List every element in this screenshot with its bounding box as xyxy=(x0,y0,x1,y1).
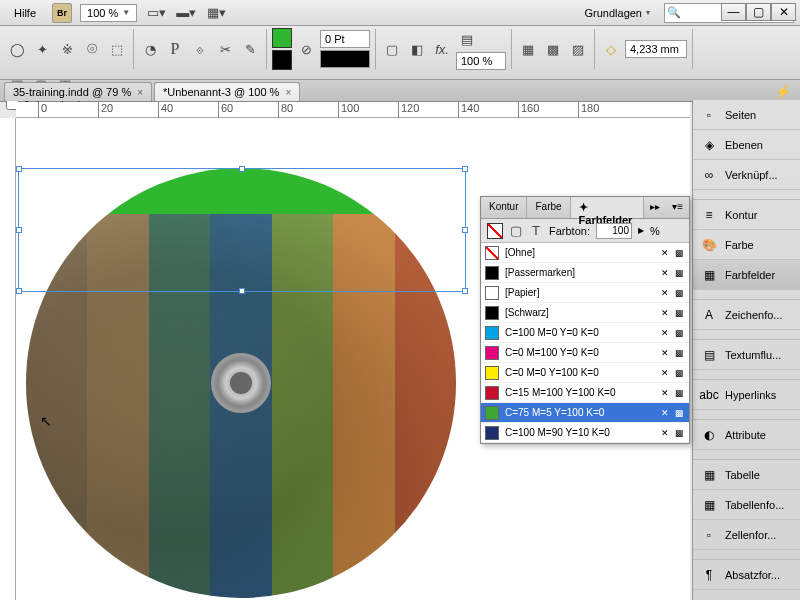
panel-item[interactable]: ◐Attribute xyxy=(693,420,800,450)
panel-item[interactable]: ≡Kontur xyxy=(693,200,800,230)
ruler-tick: 60 xyxy=(218,102,233,118)
swatch-name: C=100 M=90 Y=10 K=0 xyxy=(505,427,653,438)
opacity-icon[interactable]: ◧ xyxy=(406,38,428,60)
tool-icon[interactable]: ⟐ xyxy=(189,38,211,60)
swatch-name: C=100 M=0 Y=0 K=0 xyxy=(505,327,653,338)
effects-icon[interactable]: ▢ xyxy=(381,38,403,60)
panel-item[interactable]: ▦Tabellenfo... xyxy=(693,490,800,520)
ruler-tick: 100 xyxy=(338,102,359,118)
swatch-row[interactable]: [Ohne]✕▩ xyxy=(481,243,689,263)
colormode-icon: ▩ xyxy=(673,427,685,439)
text-wrap-icon[interactable]: ▩ xyxy=(542,38,564,60)
swatch-row[interactable]: C=0 M=100 Y=0 K=0✕▩ xyxy=(481,343,689,363)
panel-label: Hyperlinks xyxy=(725,389,776,401)
document-tab[interactable]: *Unbenannt-3 @ 100 %× xyxy=(154,82,300,101)
panel-item[interactable]: abcHyperlinks xyxy=(693,380,800,410)
panel-expand-icon[interactable]: ▸▸ xyxy=(644,197,666,218)
resize-handle[interactable] xyxy=(462,288,468,294)
close-icon[interactable]: × xyxy=(285,87,291,98)
resize-handle[interactable] xyxy=(16,288,22,294)
panel-item[interactable]: ▦Farbfelder xyxy=(693,260,800,290)
workspace-dropdown[interactable]: Grundlagen ▾ xyxy=(579,5,657,21)
tool-icon[interactable]: ✦ xyxy=(31,38,53,60)
stroke-swatch[interactable] xyxy=(272,50,292,70)
tool-icon[interactable]: ◔ xyxy=(139,38,161,60)
selection-frame[interactable] xyxy=(18,168,466,292)
zoom-dropdown[interactable]: 100 %▼ xyxy=(80,4,137,22)
swatch-name: C=15 M=100 Y=100 K=0 xyxy=(505,387,653,398)
resize-handle[interactable] xyxy=(462,227,468,233)
document-tab[interactable]: 35-training.indd @ 79 %× xyxy=(4,82,152,101)
fill-indicator[interactable] xyxy=(487,223,503,239)
panel-label: Absatzfor... xyxy=(725,569,780,581)
text-wrap-icon[interactable]: ▨ xyxy=(567,38,589,60)
panel-item[interactable]: ◈Ebenen xyxy=(693,130,800,160)
panel-label: Farbfelder xyxy=(725,269,775,281)
resize-handle[interactable] xyxy=(239,166,245,172)
stroke-style-dropdown[interactable] xyxy=(320,50,370,68)
fx-icon[interactable]: fx. xyxy=(431,38,453,60)
panel-item[interactable]: ▦Tabelle xyxy=(693,460,800,490)
fill-stroke-swatches[interactable] xyxy=(272,28,292,70)
panel-item[interactable]: ¶Absatzfor... xyxy=(693,560,800,590)
tab-label: 35-training.indd @ 79 % xyxy=(13,86,131,98)
fill-swatch[interactable] xyxy=(272,28,292,48)
help-menu[interactable]: Hilfe xyxy=(6,4,44,22)
tool-icon[interactable]: ⦾ xyxy=(81,38,103,60)
panel-item[interactable]: 🎨Farbe xyxy=(693,230,800,260)
resize-handle[interactable] xyxy=(16,166,22,172)
swatch-row[interactable]: [Papier]✕▩ xyxy=(481,283,689,303)
type-tool-icon[interactable]: P xyxy=(164,38,186,60)
tool-icon[interactable]: ⊘ xyxy=(295,38,317,60)
panel-separator xyxy=(693,410,800,420)
minimize-button[interactable]: — xyxy=(721,3,746,21)
swatch-row[interactable]: [Schwarz]✕▩ xyxy=(481,303,689,323)
tab-farbe[interactable]: Farbe xyxy=(527,197,570,218)
swatch-row[interactable]: C=0 M=0 Y=100 K=0✕▩ xyxy=(481,363,689,383)
horizontal-ruler[interactable]: 0 20 40 60 80 100 120 140 160 180 xyxy=(16,102,690,118)
swatch-row[interactable]: C=100 M=90 Y=10 K=0✕▩ xyxy=(481,423,689,443)
tool-icon[interactable]: ✂ xyxy=(214,38,236,60)
maximize-button[interactable]: ▢ xyxy=(746,3,771,21)
panel-item[interactable]: ∞Verknüpf... xyxy=(693,160,800,190)
text-fill-icon[interactable]: ▢ xyxy=(509,224,523,238)
corner-icon[interactable]: ◇ xyxy=(600,38,622,60)
panel-item[interactable]: ▫Seiten xyxy=(693,100,800,130)
tab-farbfelder[interactable]: ✦ Farbfelder xyxy=(571,197,645,218)
tool-icon[interactable]: ⬚ xyxy=(106,38,128,60)
panel-icon: abc xyxy=(701,387,717,403)
panel-item[interactable]: ▤Textumflu... xyxy=(693,340,800,370)
swatch-row[interactable]: C=75 M=5 Y=100 K=0✕▩ xyxy=(481,403,689,423)
stroke-weight-input[interactable] xyxy=(320,30,370,48)
view-options-icon[interactable]: ▭▾ xyxy=(145,2,167,24)
resize-handle[interactable] xyxy=(462,166,468,172)
close-button[interactable]: ✕ xyxy=(771,3,796,21)
swatch-row[interactable]: C=15 M=100 Y=100 K=0✕▩ xyxy=(481,383,689,403)
swatch-name: C=75 M=5 Y=100 K=0 xyxy=(505,407,653,418)
swatch-row[interactable]: [Passermarken]✕▩ xyxy=(481,263,689,283)
screen-mode-icon[interactable]: ▬▾ xyxy=(175,2,197,24)
tool-icon[interactable]: ※ xyxy=(56,38,78,60)
width-input[interactable] xyxy=(625,40,687,58)
panel-item[interactable]: AZeichenfo... xyxy=(693,300,800,330)
swatch-row[interactable]: C=100 M=0 Y=0 K=0✕▩ xyxy=(481,323,689,343)
text-wrap-icon[interactable]: ▦ xyxy=(517,38,539,60)
tool-icon[interactable]: ▤ xyxy=(456,28,478,50)
resize-handle[interactable] xyxy=(239,288,245,294)
resize-handle[interactable] xyxy=(16,227,22,233)
vertical-ruler[interactable] xyxy=(0,118,16,600)
arrange-icon[interactable]: ▦▾ xyxy=(205,2,227,24)
tint-input[interactable] xyxy=(596,223,632,239)
tool-icon[interactable]: ✎ xyxy=(239,38,261,60)
tool-icon[interactable]: ◯ xyxy=(6,38,28,60)
bridge-button[interactable]: Br xyxy=(52,3,72,23)
panel-separator xyxy=(693,190,800,200)
tab-kontur[interactable]: Kontur xyxy=(481,197,527,218)
tint-arrow-icon[interactable]: ▶ xyxy=(638,226,644,235)
panel-menu-icon[interactable]: ▾≡ xyxy=(666,197,689,218)
close-icon[interactable]: × xyxy=(137,87,143,98)
swatch-chip xyxy=(485,246,499,260)
scale-input[interactable] xyxy=(456,52,506,70)
panel-item[interactable]: ▫Zellenfor... xyxy=(693,520,800,550)
text-icon[interactable]: T xyxy=(529,224,543,238)
